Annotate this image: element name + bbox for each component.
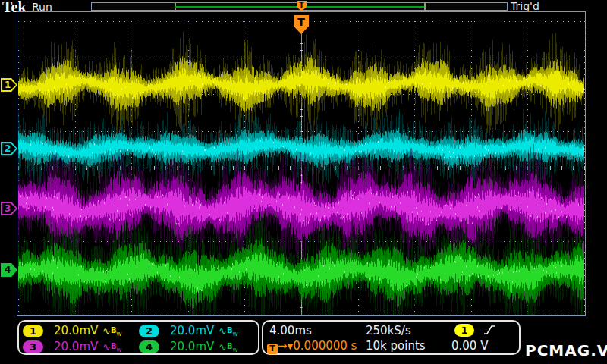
record-window-end-divider	[424, 3, 426, 10]
sample-rate-readout: 250kS/s	[366, 324, 411, 337]
channel-marker-2[interactable]: 2	[1, 142, 17, 155]
channel2-readout: 2 20.0mV ∿ BW	[139, 324, 237, 337]
trigger-level-readout: 0.00 V	[451, 339, 488, 353]
ac-coupling-icon: ∿	[219, 325, 227, 337]
trigger-delay-arrow-icon: →	[278, 339, 288, 353]
trigger-delay-value: 0.000000 s	[293, 339, 357, 353]
bandwidth-limit-icon: BW	[111, 340, 122, 353]
trigger-status: Trig'd	[511, 0, 539, 12]
bandwidth-limit-icon: BW	[227, 324, 238, 337]
bandwidth-limit-icon: BW	[111, 324, 122, 337]
waveform-display	[17, 12, 585, 315]
trigger-source-badge: 1	[454, 324, 474, 337]
channel3-scale: 20.0mV	[54, 340, 102, 353]
channel-marker-label: 2	[2, 143, 16, 154]
channel1-readout: 1 20.0mV ∿ BW	[23, 324, 121, 337]
channel-readouts-box: 1 20.0mV ∿ BW 2 20.0mV ∿ BW 3 20.0mV ∿ B…	[17, 320, 259, 355]
bandwidth-limit-icon: BW	[227, 340, 238, 353]
channel2-scale: 20.0mV	[170, 324, 219, 337]
channel3-badge: 3	[23, 340, 43, 353]
channel1-scale: 20.0mV	[54, 324, 102, 337]
trigger-slope-icon	[483, 324, 495, 336]
watermark: PCMAG.VN	[525, 341, 607, 359]
channel2-badge: 2	[139, 325, 159, 337]
channel-marker-label: 4	[2, 265, 16, 275]
channel-marker-label: 3	[2, 203, 16, 214]
trigger-delay-readout: T→▼0.000000 s	[267, 339, 357, 354]
channel3-readout: 3 20.0mV ∿ BW	[23, 340, 121, 353]
ac-coupling-icon: ∿	[102, 341, 111, 353]
channel1-badge: 1	[23, 325, 43, 337]
ac-coupling-icon: ∿	[102, 325, 111, 337]
trigger-t-icon: T	[267, 344, 278, 354]
channel-marker-label: 1	[2, 80, 16, 90]
oscilloscope-screen: { "header": { "logo": "Tek", "acq_state"…	[0, 0, 607, 364]
channel4-scale: 20.0mV	[170, 340, 219, 353]
record-length-readout: 10k points	[366, 339, 426, 353]
timebase-readout: 4.00ms	[269, 324, 312, 337]
channel-marker-1[interactable]: 1	[1, 78, 17, 92]
trigger-readouts-box: 4.00ms 250kS/s 1 T→▼0.000000 s 10k point…	[262, 320, 521, 355]
channel-marker-4[interactable]: 4	[1, 263, 17, 277]
channel4-readout: 4 20.0mV ∿ BW	[139, 340, 237, 353]
channel4-badge: 4	[139, 340, 159, 353]
ac-coupling-icon: ∿	[219, 341, 227, 353]
channel-marker-3[interactable]: 3	[1, 202, 17, 215]
